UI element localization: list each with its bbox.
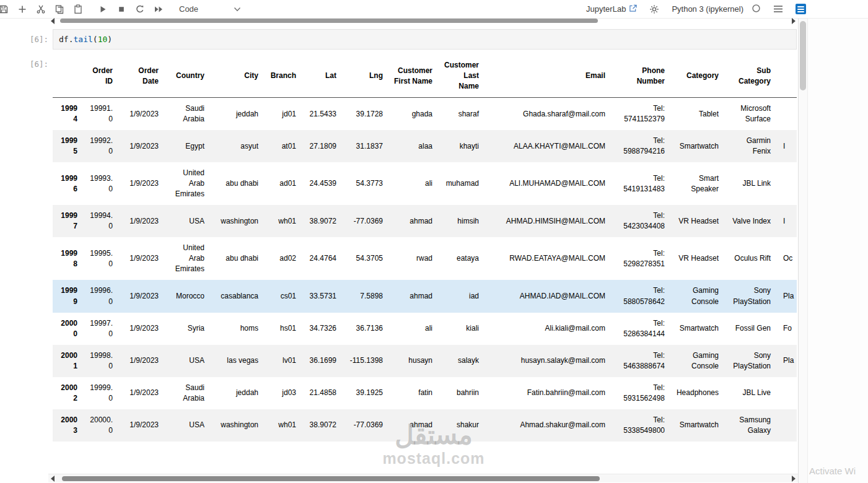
table-cell: 19997.0 (82, 313, 118, 345)
table-cell: Oculus Rift (724, 237, 776, 280)
notebook-toc-icon[interactable] (796, 4, 806, 14)
table-cell: rwad (388, 237, 437, 280)
kernel-status-icon[interactable] (752, 4, 761, 15)
column-header: City (209, 54, 263, 98)
table-cell: himsih (437, 205, 484, 237)
table-cell: Smartwatch (670, 130, 724, 162)
code-cell-input[interactable]: df.tail(10) (53, 29, 797, 50)
table-row: 1999919996.01/9/2023Moroccocasablancacs0… (53, 280, 797, 312)
table-cell: 36.1699 (301, 345, 341, 377)
restart-kernel-button[interactable] (131, 1, 149, 17)
table-cell: I (776, 130, 797, 162)
table-cell: Tel: 5463888674 (610, 345, 670, 377)
table-cell: ALI.MUHAMAD@MAIL.COM (484, 162, 610, 205)
jupyterlab-link[interactable]: JupyterLab (586, 4, 637, 14)
table-cell: Fossil Gen (724, 313, 776, 345)
table-cell: Syria (164, 313, 209, 345)
gear-icon (649, 4, 659, 14)
row-index-cell: 20002 (53, 377, 82, 409)
command-palette-list-button[interactable] (769, 1, 787, 17)
table-row: 1999619993.01/9/2023United Arab Emirates… (53, 162, 797, 205)
table-cell: jd01 (263, 98, 301, 131)
table-cell (776, 409, 797, 442)
table-cell: Fatin.bahriin@mail.com (484, 377, 610, 409)
table-row: 1999819995.01/9/2023United Arab Emirates… (53, 237, 797, 280)
scroll-left-arrow[interactable] (51, 18, 55, 24)
table-cell: I (776, 205, 797, 237)
table-cell: kiali (437, 313, 484, 345)
table-cell: asyut (209, 130, 263, 162)
table-cell: Tel: 5423034408 (610, 205, 670, 237)
table-cell: fatin (388, 377, 437, 409)
input-prompt: [6]: (5, 35, 48, 44)
scroll-left-arrow[interactable] (51, 476, 55, 482)
row-index-cell: 20001 (53, 345, 82, 377)
table-cell: -77.0369 (341, 205, 388, 237)
kernel-name[interactable]: Python 3 (ipykernel) (672, 4, 743, 14)
table-cell: hs01 (263, 313, 301, 345)
table-cell: Ahmad.shakur@mail.com (484, 409, 610, 442)
scroll-right-arrow[interactable] (792, 18, 796, 24)
table-cell: Tel: 5988794216 (610, 130, 670, 162)
table-cell: 19992.0 (82, 130, 118, 162)
table-cell: United Arab Emirates (164, 237, 209, 280)
table-cell: ad02 (263, 237, 301, 280)
add-cell-button[interactable] (13, 1, 32, 17)
table-cell: khayti (437, 130, 484, 162)
paste-icon (73, 4, 83, 14)
table-cell (776, 162, 797, 205)
table-cell: 1/9/2023 (118, 205, 164, 237)
scissors-icon (36, 4, 46, 14)
activate-windows-watermark: Activate Wi (809, 466, 868, 476)
table-cell: husayn.salayk@mail.com (484, 345, 610, 377)
table-cell: Gaming Console (670, 280, 724, 312)
run-cell-button[interactable] (94, 1, 112, 17)
table-cell: ali (388, 162, 437, 205)
table-cell: 24.4764 (301, 237, 341, 280)
vertical-scrollbar[interactable] (799, 19, 807, 483)
table-cell: JBL Live (724, 377, 776, 409)
copy-icon (55, 4, 64, 14)
column-header (776, 54, 797, 98)
code-token-paren: ) (107, 35, 112, 44)
table-cell: Pla (776, 280, 797, 312)
toolbar-left-group: Code (0, 1, 241, 17)
table-cell: RWAD.EATAYA@MAIL.COM (484, 237, 610, 280)
external-link-icon (629, 4, 637, 14)
settings-gear-button[interactable] (645, 1, 664, 17)
table-cell: 1/9/2023 (118, 409, 164, 442)
horizontal-scrollbar-bottom[interactable] (48, 474, 798, 482)
horizontal-scrollbar-top[interactable] (48, 17, 798, 25)
table-cell: shakur (437, 409, 484, 442)
column-header: Lng (341, 54, 388, 98)
table-cell: Tel: 5298278351 (610, 237, 670, 280)
scroll-right-arrow[interactable] (792, 476, 796, 482)
restart-run-all-button[interactable] (149, 1, 168, 17)
row-index-cell: 19998 (53, 237, 82, 280)
table-cell: 33.5731 (301, 280, 341, 312)
table-cell: 38.9072 (301, 409, 341, 442)
copy-cells-button[interactable] (50, 1, 69, 17)
cell-type-label: Code (179, 4, 198, 14)
hscrollbar-thumb-top[interactable] (60, 19, 598, 23)
stop-kernel-button[interactable] (112, 1, 131, 17)
table-cell: washington (209, 409, 263, 442)
table-cell: sharaf (437, 98, 484, 131)
column-header: Order Date (118, 54, 164, 98)
table-cell: 39.1728 (341, 98, 388, 131)
save-button[interactable] (0, 1, 13, 17)
restart-icon (135, 4, 145, 14)
hscrollbar-thumb-bottom[interactable] (62, 476, 600, 481)
vscrollbar-thumb[interactable] (800, 21, 806, 90)
chevron-down-icon (234, 4, 241, 14)
table-cell: USA (164, 409, 209, 442)
table-cell: AHMAD.IAD@MAIL.COM (484, 280, 610, 312)
row-index-cell: 19994 (53, 98, 82, 131)
cut-cells-button[interactable] (32, 1, 50, 17)
table-cell: abu dhabi (209, 162, 263, 205)
paste-cells-button[interactable] (69, 1, 87, 17)
table-cell: wh01 (263, 409, 301, 442)
column-header: Branch (263, 54, 301, 98)
table-cell: 19993.0 (82, 162, 118, 205)
cell-type-dropdown[interactable]: Code (179, 4, 241, 14)
